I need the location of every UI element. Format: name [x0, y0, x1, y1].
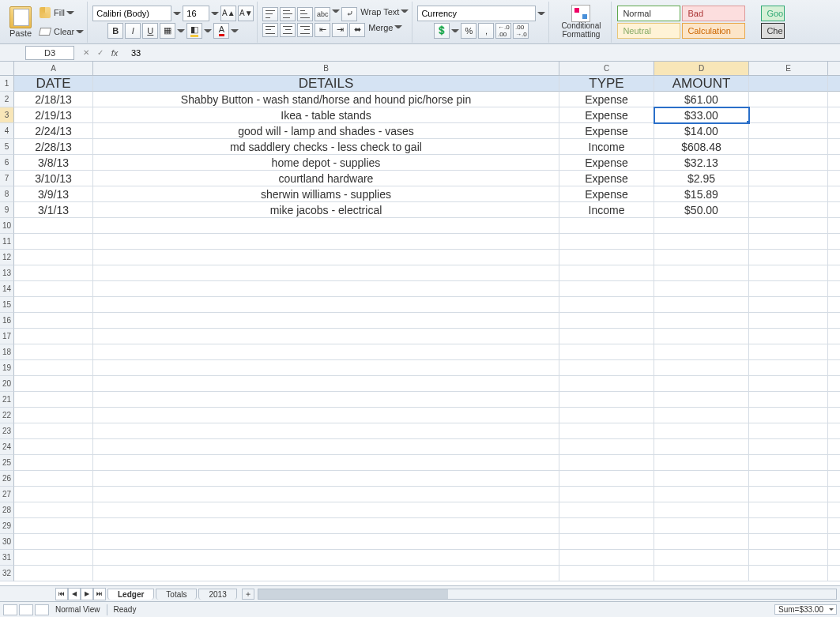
page-break-view-button[interactable]	[35, 604, 49, 615]
cell[interactable]	[828, 392, 840, 408]
cell[interactable]	[14, 392, 93, 408]
clear-button[interactable]: Clear	[38, 23, 84, 40]
cell[interactable]	[654, 534, 749, 550]
cell[interactable]	[14, 265, 93, 281]
col-header-C[interactable]: C	[559, 62, 654, 76]
cell[interactable]	[654, 392, 749, 408]
cell[interactable]	[828, 502, 840, 518]
cell[interactable]	[93, 439, 559, 455]
tab-nav-last[interactable]: ⏭	[93, 588, 106, 600]
cell[interactable]: $14.00	[654, 123, 749, 139]
style-good[interactable]: Goo	[761, 6, 785, 21]
cell[interactable]	[749, 376, 828, 392]
cell[interactable]: courtland hardware	[93, 171, 559, 186]
cell[interactable]	[654, 408, 749, 423]
cell[interactable]	[93, 297, 559, 313]
align-right-button[interactable]	[297, 23, 313, 37]
cell[interactable]	[749, 518, 828, 534]
cell[interactable]	[749, 76, 828, 92]
decrease-decimal-button[interactable]: .00→.0	[513, 23, 529, 39]
cell[interactable]	[828, 439, 840, 455]
chevron-down-icon[interactable]	[231, 27, 239, 35]
row-header-22[interactable]: 22	[0, 408, 14, 423]
cell[interactable]	[559, 439, 654, 455]
cell[interactable]	[749, 123, 828, 139]
cell[interactable]	[654, 313, 749, 329]
row-header-17[interactable]: 17	[0, 329, 14, 344]
cell[interactable]	[559, 250, 654, 265]
cell[interactable]	[559, 487, 654, 502]
cancel-icon[interactable]: ✕	[81, 47, 92, 58]
cell[interactable]	[749, 313, 828, 329]
chevron-down-icon[interactable]	[211, 9, 219, 17]
cell[interactable]	[14, 408, 93, 423]
border-button[interactable]: ▦	[160, 23, 175, 39]
cell[interactable]	[828, 487, 840, 502]
wrap-text-button[interactable]: ⤶	[341, 7, 357, 21]
cell[interactable]	[828, 297, 840, 313]
cell[interactable]: $61.00	[654, 92, 749, 107]
align-top-button[interactable]	[262, 7, 278, 21]
chevron-down-icon[interactable]	[537, 9, 545, 17]
increase-decimal-button[interactable]: ←.0.00	[495, 23, 511, 39]
cell[interactable]: $608.48	[654, 139, 749, 155]
orientation-button[interactable]: abc	[315, 7, 330, 21]
number-format-input[interactable]	[417, 6, 536, 21]
select-all-corner[interactable]	[0, 62, 14, 76]
conditional-formatting-button[interactable]: Conditional Formatting	[554, 5, 608, 39]
cell[interactable]	[14, 313, 93, 329]
cell[interactable]: Income	[559, 202, 654, 218]
cell[interactable]	[14, 218, 93, 234]
cell[interactable]	[828, 76, 840, 92]
cell[interactable]	[93, 487, 559, 502]
col-header-F[interactable]: F	[828, 62, 840, 76]
cell[interactable]	[654, 218, 749, 234]
row-header-11[interactable]: 11	[0, 234, 14, 250]
cell[interactable]: Shabby Button - wash stand/horse and hou…	[93, 92, 559, 107]
style-normal[interactable]: Normal	[617, 6, 680, 21]
tab-nav-next[interactable]: ▶	[81, 588, 93, 600]
cell[interactable]	[828, 202, 840, 218]
add-sheet-button[interactable]: ＋	[242, 589, 254, 600]
chevron-down-icon[interactable]	[394, 23, 402, 31]
cell[interactable]: Expense	[559, 186, 654, 202]
row-header-8[interactable]: 8	[0, 186, 14, 202]
cell[interactable]	[749, 455, 828, 471]
percent-button[interactable]: %	[461, 23, 477, 39]
grow-font-button[interactable]: A▲	[220, 6, 236, 21]
cell[interactable]: 2/24/13	[14, 123, 93, 139]
row-header-3[interactable]: 3	[0, 107, 14, 123]
row-header-20[interactable]: 20	[0, 376, 14, 392]
style-check[interactable]: Che	[761, 23, 785, 39]
row-header-23[interactable]: 23	[0, 423, 14, 439]
tab-nav-first[interactable]: ⏮	[55, 588, 68, 600]
increase-indent-button[interactable]: ⇥	[332, 23, 348, 37]
cell[interactable]	[14, 329, 93, 344]
style-bad[interactable]: Bad	[682, 6, 745, 21]
cell[interactable]	[559, 502, 654, 518]
header-cell-type[interactable]: TYPE	[559, 76, 654, 92]
cell[interactable]	[559, 518, 654, 534]
row-header-32[interactable]: 32	[0, 566, 14, 581]
cell[interactable]	[654, 439, 749, 455]
shrink-font-button[interactable]: A▼	[238, 6, 254, 21]
normal-view-button[interactable]	[3, 604, 17, 615]
cell[interactable]: Income	[559, 139, 654, 155]
cell[interactable]	[14, 455, 93, 471]
chevron-down-icon[interactable]	[451, 27, 459, 35]
row-header-14[interactable]: 14	[0, 281, 14, 297]
cell[interactable]	[828, 171, 840, 186]
cell[interactable]	[559, 297, 654, 313]
cell[interactable]	[749, 155, 828, 171]
header-cell-amount[interactable]: AMOUNT	[654, 76, 749, 92]
cell[interactable]	[93, 218, 559, 234]
paste-button[interactable]: Paste	[6, 6, 35, 38]
comma-button[interactable]: ,	[478, 23, 494, 39]
row-header-19[interactable]: 19	[0, 360, 14, 376]
cell[interactable]: 3/9/13	[14, 186, 93, 202]
row-header-4[interactable]: 4	[0, 123, 14, 139]
cell[interactable]	[559, 550, 654, 566]
cell[interactable]: 2/19/13	[14, 107, 93, 123]
cell[interactable]	[93, 550, 559, 566]
name-box[interactable]: D3	[25, 46, 74, 60]
